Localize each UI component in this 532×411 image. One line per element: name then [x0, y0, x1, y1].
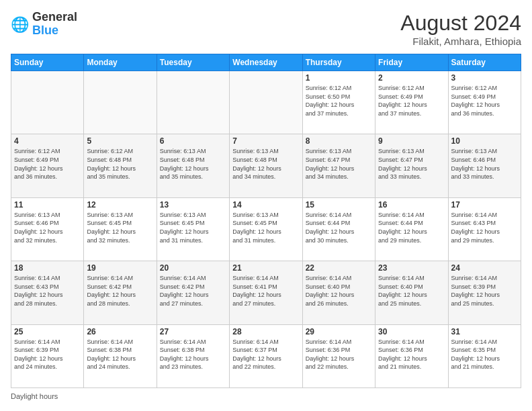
col-header-sunday: Sunday: [11, 54, 84, 71]
day-number: 2: [378, 73, 445, 83]
day-number: 28: [232, 327, 299, 336]
calendar-cell: 7Sunrise: 6:13 AM Sunset: 6:48 PM Daylig…: [230, 134, 302, 197]
day-number: 14: [232, 200, 299, 210]
calendar-cell: 10Sunrise: 6:13 AM Sunset: 6:46 PM Dayli…: [448, 134, 521, 197]
day-number: 11: [14, 200, 81, 210]
day-info: Sunrise: 6:14 AM Sunset: 6:42 PM Dayligh…: [160, 274, 226, 308]
week-row-5: 25Sunrise: 6:14 AM Sunset: 6:39 PM Dayli…: [11, 324, 521, 387]
logo: 🌐 General Blue: [11, 11, 77, 38]
calendar-cell: 12Sunrise: 6:13 AM Sunset: 6:45 PM Dayli…: [84, 197, 157, 261]
calendar-cell: 29Sunrise: 6:14 AM Sunset: 6:36 PM Dayli…: [302, 324, 375, 387]
day-info: Sunrise: 6:14 AM Sunset: 6:43 PM Dayligh…: [451, 211, 518, 244]
calendar-cell: 6Sunrise: 6:13 AM Sunset: 6:48 PM Daylig…: [157, 134, 229, 197]
logo-general-text: General: [32, 11, 77, 24]
day-info: Sunrise: 6:14 AM Sunset: 6:40 PM Dayligh…: [378, 274, 445, 308]
page: 🌐 General Blue August 2024 Filakit, Amha…: [0, 0, 532, 411]
day-info: Sunrise: 6:13 AM Sunset: 6:46 PM Dayligh…: [451, 147, 518, 181]
day-number: 13: [160, 200, 226, 210]
day-info: Sunrise: 6:14 AM Sunset: 6:35 PM Dayligh…: [451, 338, 518, 371]
day-number: 27: [160, 327, 226, 336]
calendar-cell: 16Sunrise: 6:14 AM Sunset: 6:44 PM Dayli…: [375, 197, 448, 261]
day-info: Sunrise: 6:12 AM Sunset: 6:50 PM Dayligh…: [306, 84, 372, 118]
calendar-cell: 23Sunrise: 6:14 AM Sunset: 6:40 PM Dayli…: [375, 261, 448, 324]
day-number: 4: [14, 136, 81, 146]
day-number: 19: [87, 263, 153, 273]
logo-icon: 🌐: [11, 15, 30, 34]
header-row: SundayMondayTuesdayWednesdayThursdayFrid…: [11, 54, 521, 71]
calendar-cell: 3Sunrise: 6:12 AM Sunset: 6:49 PM Daylig…: [448, 71, 521, 134]
title-block: August 2024 Filakit, Amhara, Ethiopia: [400, 11, 521, 47]
day-info: Sunrise: 6:14 AM Sunset: 6:44 PM Dayligh…: [378, 211, 445, 244]
day-number: 5: [87, 136, 153, 146]
calendar-cell: 27Sunrise: 6:14 AM Sunset: 6:38 PM Dayli…: [157, 324, 229, 387]
day-number: 7: [232, 136, 299, 146]
day-number: 18: [14, 263, 81, 273]
day-info: Sunrise: 6:13 AM Sunset: 6:45 PM Dayligh…: [160, 211, 226, 244]
week-row-4: 18Sunrise: 6:14 AM Sunset: 6:43 PM Dayli…: [11, 261, 521, 324]
calendar-cell: 8Sunrise: 6:13 AM Sunset: 6:47 PM Daylig…: [302, 134, 375, 197]
day-number: 9: [378, 136, 445, 146]
day-number: 23: [378, 263, 445, 273]
day-info: Sunrise: 6:14 AM Sunset: 6:36 PM Dayligh…: [378, 338, 445, 371]
calendar-cell: 31Sunrise: 6:14 AM Sunset: 6:35 PM Dayli…: [448, 324, 521, 387]
calendar-cell: [11, 71, 84, 134]
calendar-cell: 24Sunrise: 6:14 AM Sunset: 6:39 PM Dayli…: [448, 261, 521, 324]
day-info: Sunrise: 6:13 AM Sunset: 6:48 PM Dayligh…: [160, 147, 226, 181]
month-year: August 2024: [400, 11, 521, 36]
logo-blue-text: Blue: [32, 24, 77, 38]
location: Filakit, Amhara, Ethiopia: [400, 36, 521, 47]
week-row-1: 1Sunrise: 6:12 AM Sunset: 6:50 PM Daylig…: [11, 71, 521, 134]
calendar-cell: [157, 71, 229, 134]
day-info: Sunrise: 6:14 AM Sunset: 6:43 PM Dayligh…: [14, 274, 81, 308]
calendar-cell: 17Sunrise: 6:14 AM Sunset: 6:43 PM Dayli…: [448, 197, 521, 261]
day-info: Sunrise: 6:13 AM Sunset: 6:46 PM Dayligh…: [14, 211, 81, 244]
calendar-cell: 11Sunrise: 6:13 AM Sunset: 6:46 PM Dayli…: [11, 197, 84, 261]
day-info: Sunrise: 6:13 AM Sunset: 6:48 PM Dayligh…: [232, 147, 299, 181]
day-info: Sunrise: 6:14 AM Sunset: 6:44 PM Dayligh…: [306, 211, 372, 244]
calendar-cell: 1Sunrise: 6:12 AM Sunset: 6:50 PM Daylig…: [302, 71, 375, 134]
day-info: Sunrise: 6:13 AM Sunset: 6:47 PM Dayligh…: [378, 147, 445, 181]
day-info: Sunrise: 6:14 AM Sunset: 6:40 PM Dayligh…: [306, 274, 372, 308]
day-number: 20: [160, 263, 226, 273]
day-info: Sunrise: 6:14 AM Sunset: 6:39 PM Dayligh…: [451, 274, 518, 308]
calendar-cell: 5Sunrise: 6:12 AM Sunset: 6:48 PM Daylig…: [84, 134, 157, 197]
day-number: 15: [306, 200, 372, 210]
day-number: 1: [306, 73, 372, 83]
day-number: 8: [306, 136, 372, 146]
calendar-cell: 20Sunrise: 6:14 AM Sunset: 6:42 PM Dayli…: [157, 261, 229, 324]
day-info: Sunrise: 6:13 AM Sunset: 6:45 PM Dayligh…: [87, 211, 153, 244]
calendar-cell: 18Sunrise: 6:14 AM Sunset: 6:43 PM Dayli…: [11, 261, 84, 324]
day-info: Sunrise: 6:12 AM Sunset: 6:49 PM Dayligh…: [451, 84, 518, 118]
col-header-friday: Friday: [375, 54, 448, 71]
calendar-cell: [84, 71, 157, 134]
day-info: Sunrise: 6:12 AM Sunset: 6:49 PM Dayligh…: [14, 147, 81, 181]
day-number: 24: [451, 263, 518, 273]
day-number: 30: [378, 327, 445, 336]
week-row-2: 4Sunrise: 6:12 AM Sunset: 6:49 PM Daylig…: [11, 134, 521, 197]
day-info: Sunrise: 6:14 AM Sunset: 6:36 PM Dayligh…: [306, 338, 372, 371]
calendar-cell: [230, 71, 302, 134]
day-number: 12: [87, 200, 153, 210]
week-row-3: 11Sunrise: 6:13 AM Sunset: 6:46 PM Dayli…: [11, 197, 521, 261]
calendar-table: SundayMondayTuesdayWednesdayThursdayFrid…: [11, 54, 521, 388]
calendar-cell: 4Sunrise: 6:12 AM Sunset: 6:49 PM Daylig…: [11, 134, 84, 197]
col-header-tuesday: Tuesday: [157, 54, 229, 71]
day-info: Sunrise: 6:14 AM Sunset: 6:37 PM Dayligh…: [232, 338, 299, 371]
day-number: 16: [378, 200, 445, 210]
footer-note: Daylight hours: [11, 392, 521, 400]
calendar-cell: 2Sunrise: 6:12 AM Sunset: 6:49 PM Daylig…: [375, 71, 448, 134]
logo-text: General Blue: [32, 11, 77, 38]
calendar-cell: 28Sunrise: 6:14 AM Sunset: 6:37 PM Dayli…: [230, 324, 302, 387]
calendar-cell: 25Sunrise: 6:14 AM Sunset: 6:39 PM Dayli…: [11, 324, 84, 387]
day-info: Sunrise: 6:12 AM Sunset: 6:48 PM Dayligh…: [87, 147, 153, 181]
day-number: 10: [451, 136, 518, 146]
day-number: 17: [451, 200, 518, 210]
calendar-cell: 21Sunrise: 6:14 AM Sunset: 6:41 PM Dayli…: [230, 261, 302, 324]
day-number: 25: [14, 327, 81, 336]
calendar-cell: 30Sunrise: 6:14 AM Sunset: 6:36 PM Dayli…: [375, 324, 448, 387]
calendar-cell: 13Sunrise: 6:13 AM Sunset: 6:45 PM Dayli…: [157, 197, 229, 261]
day-info: Sunrise: 6:14 AM Sunset: 6:41 PM Dayligh…: [232, 274, 299, 308]
col-header-wednesday: Wednesday: [230, 54, 302, 71]
day-info: Sunrise: 6:14 AM Sunset: 6:42 PM Dayligh…: [87, 274, 153, 308]
col-header-saturday: Saturday: [448, 54, 521, 71]
